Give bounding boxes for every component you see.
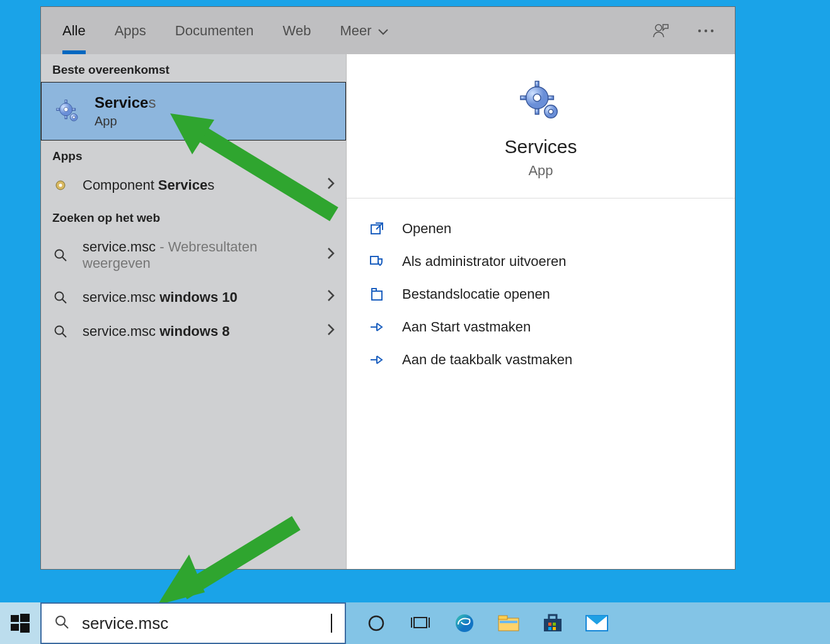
preview-subtitle: App xyxy=(528,163,553,179)
mail-icon[interactable] xyxy=(585,612,608,635)
svg-point-40 xyxy=(369,616,383,630)
action-open[interactable]: Openen xyxy=(364,212,717,245)
start-search-panel: Alle Apps Documenten Web Meer xyxy=(40,6,735,570)
svg-rect-51 xyxy=(553,623,556,626)
tab-all-label: Alle xyxy=(62,23,86,39)
result-component-services[interactable]: Component Services xyxy=(41,168,346,202)
text-caret xyxy=(331,614,332,633)
top-actions xyxy=(650,7,716,54)
section-apps: Apps xyxy=(41,141,346,168)
services-gear-icon xyxy=(519,79,563,124)
search-body: Beste overeenkomst xyxy=(41,54,735,569)
action-label: Openen xyxy=(402,221,451,237)
best-match-text: Services App xyxy=(95,94,156,129)
result-label: service.msc windows 8 xyxy=(83,323,313,340)
svg-rect-45 xyxy=(499,618,519,631)
services-gear-icon xyxy=(55,99,81,124)
action-run-admin[interactable]: Als administrator uitvoeren xyxy=(364,245,717,278)
tab-more-label: Meer xyxy=(340,23,371,39)
svg-rect-5 xyxy=(65,100,67,103)
tab-all[interactable]: Alle xyxy=(62,7,86,54)
windows-logo-icon xyxy=(11,614,30,633)
svg-point-38 xyxy=(56,616,65,625)
store-icon[interactable] xyxy=(541,612,564,635)
tab-more[interactable]: Meer xyxy=(340,7,388,54)
svg-rect-53 xyxy=(553,627,556,630)
svg-point-14 xyxy=(55,250,64,258)
action-pin-taskbar[interactable]: Aan de taakbalk vastmaken xyxy=(364,343,717,376)
chevron-down-icon xyxy=(378,23,388,39)
tab-documents[interactable]: Documenten xyxy=(175,7,254,54)
result-web-servicemsc-win8[interactable]: service.msc windows 8 xyxy=(41,314,346,348)
svg-rect-35 xyxy=(20,614,30,622)
svg-rect-41 xyxy=(414,618,427,628)
search-icon xyxy=(52,290,69,304)
best-match-subtitle: App xyxy=(95,114,156,129)
admin-shield-icon xyxy=(368,253,386,270)
tab-documents-label: Documenten xyxy=(175,23,254,39)
search-icon xyxy=(52,325,69,338)
cortana-icon[interactable] xyxy=(365,612,388,635)
tab-web[interactable]: Web xyxy=(283,7,311,54)
svg-rect-23 xyxy=(521,96,526,100)
svg-rect-46 xyxy=(499,616,507,619)
result-web-servicemsc-win10[interactable]: service.msc windows 10 xyxy=(41,280,346,314)
open-icon xyxy=(368,220,386,238)
svg-point-0 xyxy=(655,25,662,31)
svg-rect-49 xyxy=(549,615,556,620)
svg-line-39 xyxy=(64,624,68,628)
taskview-icon[interactable] xyxy=(409,612,432,635)
action-pin-start[interactable]: Aan Start vastmaken xyxy=(364,311,717,343)
svg-line-19 xyxy=(62,333,66,337)
more-options-icon[interactable] xyxy=(696,21,716,41)
chevron-right-icon xyxy=(327,323,335,340)
svg-line-15 xyxy=(62,257,66,261)
tab-apps-label: Apps xyxy=(115,23,146,39)
component-services-icon xyxy=(52,179,69,192)
preview-actions: Openen Als administrator uitvoeren Besta… xyxy=(347,198,735,390)
desktop: Alle Apps Documenten Web Meer xyxy=(0,0,830,644)
section-best-match: Beste overeenkomst xyxy=(41,54,346,82)
tab-apps[interactable]: Apps xyxy=(115,7,146,54)
start-button[interactable] xyxy=(0,602,40,644)
svg-rect-24 xyxy=(548,96,554,100)
action-file-location[interactable]: Bestandslocatie openen xyxy=(364,278,717,311)
action-label: Aan Start vastmaken xyxy=(402,319,531,335)
preview-header: Services App xyxy=(347,54,735,198)
pin-icon xyxy=(368,318,386,336)
search-icon xyxy=(54,614,69,632)
svg-rect-50 xyxy=(548,623,551,626)
svg-rect-34 xyxy=(11,615,19,622)
svg-rect-6 xyxy=(65,115,67,118)
section-web: Zoeken op het web xyxy=(41,202,346,230)
explorer-icon[interactable] xyxy=(497,612,520,635)
svg-point-16 xyxy=(55,292,64,301)
pin-icon xyxy=(368,351,386,369)
taskbar-pinned-apps xyxy=(365,612,608,635)
svg-rect-36 xyxy=(11,624,19,631)
tab-web-label: Web xyxy=(283,23,311,39)
result-label: Component Services xyxy=(83,177,313,193)
taskbar xyxy=(0,602,830,644)
result-label: service.msc - Webresultaten weergeven xyxy=(83,239,313,272)
folder-icon xyxy=(368,285,386,303)
action-label: Bestandslocatie openen xyxy=(402,286,550,302)
svg-point-1 xyxy=(698,29,701,32)
svg-point-11 xyxy=(72,116,75,118)
edge-icon[interactable] xyxy=(453,612,476,635)
preview-title: Services xyxy=(504,136,577,158)
search-icon xyxy=(52,248,69,262)
svg-rect-52 xyxy=(548,627,551,630)
result-web-servicemsc[interactable]: service.msc - Webresultaten weergeven xyxy=(41,230,346,280)
preview-column: Services App Openen Als administrator ui… xyxy=(347,54,735,569)
chevron-right-icon xyxy=(327,247,335,263)
svg-rect-37 xyxy=(20,623,30,633)
svg-point-27 xyxy=(548,109,553,113)
taskbar-search-box[interactable] xyxy=(40,602,346,644)
feedback-icon[interactable] xyxy=(650,21,671,41)
action-label: Aan de taakbalk vastmaken xyxy=(402,352,572,368)
taskbar-search-input[interactable] xyxy=(82,614,318,633)
best-match-result[interactable]: Services App xyxy=(41,82,346,141)
svg-rect-29 xyxy=(371,256,378,264)
svg-rect-21 xyxy=(535,81,539,87)
